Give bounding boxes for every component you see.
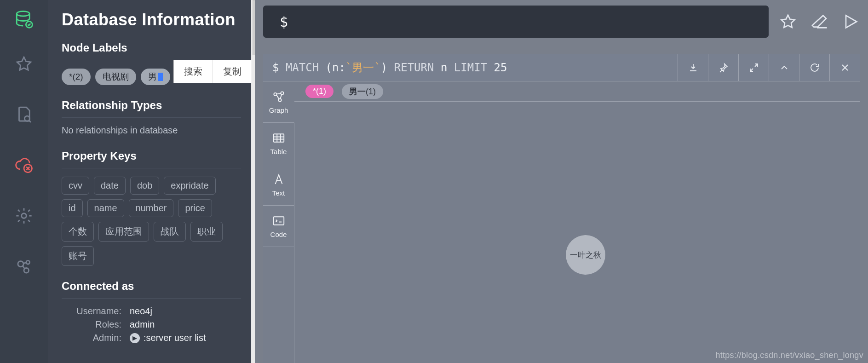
roles-value: admin <box>130 319 241 330</box>
eraser-icon[interactable] <box>810 12 828 31</box>
settings-icon[interactable] <box>0 190 48 241</box>
view-switcher: Graph Table Text Code <box>263 81 294 363</box>
view-code[interactable]: Code <box>263 206 294 247</box>
favorites-icon[interactable] <box>0 39 48 89</box>
result-legend: *(1) 男一(1) <box>294 81 860 102</box>
connected-as-heading: Connected as <box>62 280 241 299</box>
view-table-label: Table <box>270 148 287 156</box>
prop-key[interactable]: name <box>87 199 124 217</box>
legend-man-name: 男一 <box>349 87 366 96</box>
cloud-error-icon[interactable] <box>0 140 48 190</box>
q-tail: 25 <box>487 61 507 74</box>
label-chip-all[interactable]: *(2) <box>62 69 91 85</box>
view-graph[interactable]: Graph <box>263 81 294 123</box>
graph-node[interactable]: 一叶之秋 <box>566 235 605 275</box>
context-search-button[interactable]: 搜索 <box>174 60 213 83</box>
q-label: `男一` <box>345 61 381 74</box>
executed-query[interactable]: $ MATCH (n:`男一`) RETURN n LIMIT 25 <box>263 60 678 75</box>
svg-point-4 <box>22 213 27 219</box>
prop-key[interactable]: dob <box>130 177 159 195</box>
prop-key[interactable]: id <box>62 199 83 217</box>
result-frame: $ MATCH (n:`男一`) RETURN n LIMIT 25 Graph <box>263 54 860 363</box>
pin-button[interactable] <box>708 54 738 81</box>
cypher-editor[interactable]: $ <box>263 6 769 38</box>
prop-key[interactable]: expridate <box>164 177 215 195</box>
legend-man[interactable]: 男一(1) <box>342 84 383 99</box>
favorite-icon[interactable] <box>779 12 797 31</box>
prop-key[interactable]: date <box>94 177 126 195</box>
q-kw-return: RETURN <box>394 61 434 74</box>
label-chip-man-text: 男 <box>148 71 157 83</box>
play-icon: ▶ <box>130 333 140 343</box>
legend-man-count: (1) <box>366 87 376 96</box>
download-button[interactable] <box>678 54 708 81</box>
node-labels-heading: Node Labels <box>62 41 241 60</box>
result-canvas: *(1) 男一(1) 一叶之秋 <box>294 81 860 363</box>
legend-all[interactable]: *(1) <box>305 85 333 98</box>
prop-key[interactable]: 账号 <box>62 246 94 266</box>
label-chip-tv[interactable]: 电视剧 <box>95 69 136 85</box>
no-relationships-text: No relationships in database <box>62 125 241 136</box>
view-text-label: Text <box>272 189 285 197</box>
q-mid: n <box>434 61 454 74</box>
prop-key[interactable]: cvv <box>62 177 89 195</box>
result-header: $ MATCH (n:`男一`) RETURN n LIMIT 25 <box>263 54 860 81</box>
svg-point-0 <box>17 12 29 17</box>
prop-key[interactable]: 个数 <box>62 222 94 242</box>
left-rail <box>0 0 48 363</box>
editor-row: $ <box>263 6 860 38</box>
connection-info: Username: neo4j Roles: admin Admin: ▶:se… <box>62 306 241 343</box>
context-menu: 搜索 复制 <box>173 60 252 83</box>
db-status-icon[interactable] <box>0 0 48 39</box>
about-icon[interactable] <box>0 241 48 292</box>
text-caret <box>158 73 163 81</box>
q-close: ) <box>381 61 394 74</box>
admin-label: Admin: <box>62 333 121 343</box>
context-copy-button[interactable]: 复制 <box>213 60 252 83</box>
q-kw-match: MATCH <box>286 61 319 74</box>
view-text[interactable]: Text <box>263 164 294 206</box>
svg-point-5 <box>18 261 23 267</box>
admin-command-text: :server user list <box>144 333 206 343</box>
graph-viewport[interactable]: 一叶之秋 <box>294 102 860 363</box>
username-value: neo4j <box>130 306 241 317</box>
sidebar: Database Information Node Labels *(2) 电视… <box>48 0 255 363</box>
view-table[interactable]: Table <box>263 123 294 164</box>
property-keys-list: cvv date dob expridate id name number pr… <box>62 177 241 266</box>
documents-icon[interactable] <box>0 89 48 140</box>
label-chip-man-selected[interactable]: 男 <box>141 69 170 85</box>
relationship-types-heading: Relationship Types <box>62 99 241 118</box>
roles-label: Roles: <box>62 319 121 330</box>
q-open: (n: <box>319 61 345 74</box>
rerun-button[interactable] <box>799 54 829 81</box>
prop-key[interactable]: 应用范围 <box>98 222 149 242</box>
username-label: Username: <box>62 306 121 317</box>
q-kw-limit: LIMIT <box>454 61 487 74</box>
result-toolbar <box>678 54 860 81</box>
watermark-text: https://blog.csdn.net/vxiao_shen_longv <box>715 351 863 360</box>
q-prefix: $ <box>272 61 286 74</box>
svg-rect-12 <box>273 217 284 225</box>
sidebar-title: Database Information <box>62 10 241 29</box>
svg-point-9 <box>281 92 283 94</box>
expand-button[interactable] <box>738 54 769 81</box>
prop-key[interactable]: 战队 <box>154 222 186 242</box>
close-button[interactable] <box>829 54 860 81</box>
collapse-up-button[interactable] <box>769 54 799 81</box>
prop-key[interactable]: 职业 <box>190 222 223 242</box>
prop-key[interactable]: price <box>178 199 212 217</box>
admin-value[interactable]: ▶:server user list <box>130 333 241 343</box>
editor-prompt: $ <box>280 14 288 30</box>
property-keys-heading: Property Keys <box>62 150 241 168</box>
prop-key[interactable]: number <box>129 199 174 217</box>
svg-rect-11 <box>273 134 284 142</box>
view-graph-label: Graph <box>269 106 288 114</box>
main-area: $ $ MATCH (n:`男一`) RETURN n LIMIT 25 <box>255 0 868 363</box>
run-icon[interactable] <box>841 12 860 31</box>
svg-point-6 <box>26 260 30 264</box>
view-code-label: Code <box>270 230 287 238</box>
